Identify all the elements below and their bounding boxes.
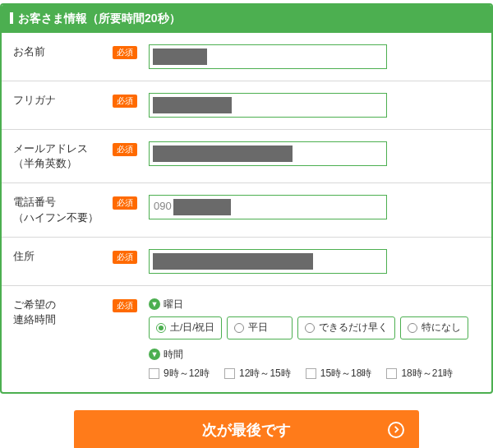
radio-day-holiday[interactable]: 土/日/祝日	[149, 316, 222, 339]
label-name: お名前	[13, 44, 45, 59]
required-badge: 必須	[113, 95, 137, 108]
section-title: お客さま情報（所要時間20秒）	[18, 12, 181, 25]
checkbox-icon	[224, 368, 235, 379]
arrow-down-icon: ▼	[149, 298, 160, 310]
required-badge: 必須	[113, 143, 137, 156]
radio-icon	[234, 323, 244, 333]
radio-icon	[305, 323, 315, 333]
time-section-label: ▼ 時間	[149, 348, 475, 362]
required-badge: 必須	[113, 251, 137, 264]
next-button-label: 次が最後です	[202, 420, 291, 440]
check-time-15-18[interactable]: 15時～18時	[306, 367, 372, 381]
row-email: メールアドレス （半角英数） 必須	[2, 130, 491, 183]
radio-icon	[408, 323, 417, 333]
check-time-18-21[interactable]: 18時～21時	[386, 367, 453, 381]
furigana-input[interactable]	[149, 93, 387, 118]
email-input[interactable]	[149, 141, 387, 166]
checkbox-icon	[306, 368, 316, 379]
label-email: メールアドレス （半角英数）	[13, 141, 88, 171]
required-badge: 必須	[113, 196, 137, 210]
radio-day-weekday[interactable]: 平日	[227, 316, 293, 339]
label-contact: ご希望の 連絡時間	[13, 298, 56, 327]
row-name: お名前 必須	[2, 33, 491, 81]
arrow-down-icon: ▼	[149, 349, 160, 360]
label-phone: 電話番号 （ハイフン不要）	[13, 195, 99, 224]
row-address: 住所 必須	[2, 238, 491, 286]
checkbox-icon	[149, 368, 159, 379]
radio-day-asap[interactable]: できるだけ早く	[297, 316, 395, 339]
radio-day-none[interactable]: 特になし	[400, 316, 468, 339]
checkbox-icon	[386, 368, 397, 379]
label-address: 住所	[13, 249, 35, 264]
check-time-9-12[interactable]: 9時～12時	[149, 367, 210, 381]
day-radio-group: 土/日/祝日 平日 できるだけ早く 特になし	[149, 316, 475, 339]
arrow-right-icon	[388, 422, 404, 438]
required-badge: 必須	[113, 46, 137, 59]
check-time-12-15[interactable]: 12時～15時	[224, 367, 291, 381]
phone-prefix-hint: 090	[154, 200, 172, 212]
section-header: お客さま情報（所要時間20秒）	[2, 5, 491, 33]
radio-icon	[156, 323, 166, 333]
phone-input[interactable]	[149, 195, 387, 219]
label-furigana: フリガナ	[13, 93, 56, 108]
day-section-label: ▼ 曜日	[149, 298, 475, 312]
address-input[interactable]	[149, 249, 387, 274]
header-accent-bar	[10, 12, 13, 24]
next-button[interactable]: 次が最後です	[74, 410, 419, 448]
customer-info-form: お客さま情報（所要時間20秒） お名前 必須 フリガナ 必須	[0, 3, 493, 394]
name-input[interactable]	[149, 44, 387, 69]
required-badge: 必須	[113, 299, 137, 312]
row-contact-time: ご希望の 連絡時間 必須 ▼ 曜日 土/日/祝日 平日	[2, 286, 491, 392]
time-check-group: 9時～12時 12時～15時 15時～18時 18時～21時	[149, 367, 475, 381]
row-phone: 電話番号 （ハイフン不要） 必須 090	[2, 183, 491, 237]
row-furigana: フリガナ 必須	[2, 81, 491, 130]
